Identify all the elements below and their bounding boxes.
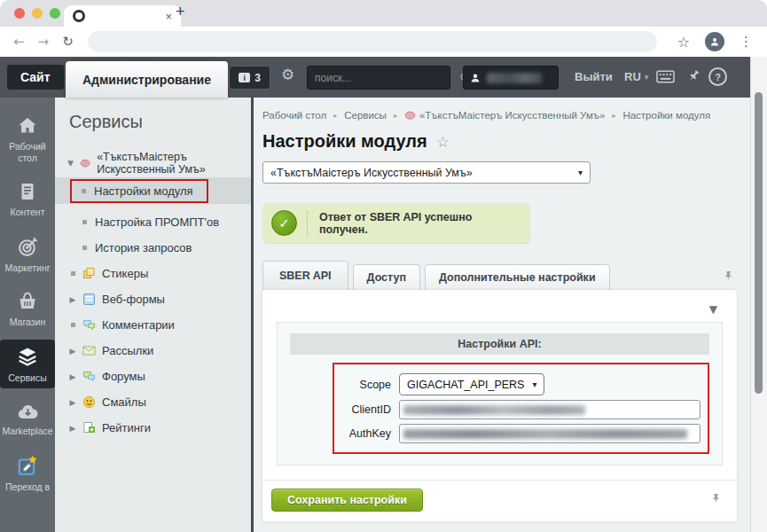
menu-group-comments[interactable]: Комментарии [55, 312, 251, 338]
breadcrumb-current: Настройки модуля [622, 110, 710, 121]
save-settings-button[interactable]: Сохранить настройки [271, 489, 423, 512]
rail-item-marketplace[interactable]: Marketplace [0, 395, 55, 442]
menu-group-forums[interactable]: ▶ Форумы [55, 364, 251, 389]
tree-expand-icon[interactable]: ▶ [70, 424, 76, 433]
smiley-icon [82, 395, 96, 409]
mailing-icon [82, 344, 96, 357]
rail-item-transition[interactable]: Переход в [0, 448, 55, 497]
menu-item-label: Настройка ПРОМПТ'ов [95, 215, 219, 229]
collapse-section-icon[interactable]: ▼ [709, 303, 717, 316]
tree-expand-icon[interactable]: ▶ [70, 398, 76, 407]
bookmark-star-icon[interactable]: ☆ [677, 34, 690, 51]
browser-menu-icon[interactable]: ⋮ [740, 34, 753, 50]
rail-item-marketing[interactable]: Маркетинг [0, 230, 55, 278]
panel-footer: Сохранить настройки [262, 480, 737, 521]
sidebar-rail: Рабочий стол Контент Маркетинг Магазин С… [0, 98, 55, 532]
breadcrumb-link[interactable]: Сервисы [344, 110, 387, 121]
comments-icon [82, 318, 96, 332]
menu-group-stickers[interactable]: Стикеры [55, 261, 251, 286]
breadcrumb-label: «ТъкстъМаістеръ Искусственный Умъ» [419, 110, 606, 121]
menu-item-request-history[interactable]: История запросов [55, 235, 251, 261]
basket-icon [16, 291, 39, 312]
back-icon[interactable]: ← [13, 34, 25, 50]
pin-panel-icon[interactable] [686, 68, 701, 83]
menu-group-webforms[interactable]: ▶ Веб-формы [55, 286, 251, 312]
authkey-input[interactable] [399, 424, 700, 443]
site-tab[interactable]: Сайт [7, 65, 64, 90]
breadcrumb-link[interactable]: «ТъкстъМаістеръ Искусственный Умъ» [404, 110, 606, 121]
url-input[interactable] [88, 31, 657, 52]
menu-group-label: Веб-формы [102, 293, 165, 306]
page-scrollbar[interactable] [750, 57, 767, 532]
menu-root-module[interactable]: ▼ «ТъкстъМаістеръ Искусственный Умъ» [55, 152, 251, 175]
home-icon [16, 115, 39, 137]
notification-icon: i [239, 73, 250, 82]
menu-group-label: Рейтинги [102, 421, 151, 434]
forward-icon[interactable]: → [38, 34, 50, 50]
page-title: Настройки модуля [262, 131, 427, 152]
help-icon[interactable]: ? [708, 67, 727, 86]
clientid-input[interactable] [399, 400, 700, 419]
tree-expand-icon[interactable]: ▶ [70, 372, 76, 381]
gear-icon[interactable]: ⚙ [281, 67, 294, 82]
tab-sber-api[interactable]: SBER API [262, 261, 348, 290]
pin-icon[interactable] [711, 492, 723, 505]
minimize-window-button[interactable] [32, 8, 43, 19]
current-user-button[interactable] [463, 66, 559, 90]
rail-item-services[interactable]: Сервисы [0, 340, 55, 388]
header-search-input[interactable] [308, 72, 459, 84]
clientid-field-row: ClientID [341, 400, 700, 419]
bullet-icon [71, 323, 75, 327]
window-controls [14, 8, 60, 19]
notification-count-badge: 3 [254, 72, 261, 84]
tree-expand-icon[interactable]: ▶ [70, 347, 76, 356]
rail-item-label: Маркетинг [4, 262, 50, 274]
rail-item-label: Сервисы [8, 372, 47, 384]
reload-icon[interactable]: ↻ [62, 34, 74, 50]
menu-group-ratings[interactable]: ▶ Рейтинги [55, 415, 251, 441]
browser-tab[interactable]: × [64, 5, 181, 27]
menu-item-module-settings[interactable]: Настройки модуля [55, 177, 251, 204]
api-settings-box: Настройки API: Scope GIGACHAT_API_PERS ▾… [277, 322, 723, 466]
scrollbar-thumb[interactable] [755, 92, 763, 394]
chevron-down-icon: ▾ [532, 379, 536, 389]
username-masked-value [487, 73, 542, 83]
scope-label: Scope [341, 379, 391, 391]
language-label: RU [624, 70, 641, 83]
language-selector[interactable]: RU ▾ [624, 70, 648, 83]
bullet-icon [82, 246, 87, 250]
cloud-download-icon [16, 402, 40, 421]
pin-icon[interactable] [724, 270, 735, 283]
tab-access[interactable]: Доступ [353, 264, 420, 290]
breadcrumb-link[interactable]: Рабочий стол [262, 110, 326, 121]
menu-item-prompt-settings[interactable]: Настройка ПРОМПТ'ов [55, 209, 251, 235]
rail-item-desktop[interactable]: Рабочий стол [0, 109, 55, 168]
hotkeys-keyboard-icon[interactable] [656, 70, 675, 83]
clientid-label: ClientID [341, 403, 391, 416]
admin-tab[interactable]: Администрирование [66, 61, 228, 98]
favorite-star-icon[interactable]: ☆ [436, 133, 450, 151]
tab-additional-settings[interactable]: Дополнительные настройки [425, 264, 610, 290]
menu-group-smileys[interactable]: ▶ Смайлы [55, 389, 251, 415]
tree-collapse-icon[interactable]: ▼ [67, 159, 74, 168]
tree-expand-icon[interactable]: ▶ [70, 295, 76, 304]
stickers-icon [82, 267, 96, 280]
rail-item-content[interactable]: Контент [0, 175, 55, 223]
layers-icon [16, 346, 39, 368]
scope-select[interactable]: GIGACHAT_API_PERS ▾ [399, 373, 544, 395]
notifications-button[interactable]: i 3 [229, 66, 270, 90]
tab-close-icon[interactable]: × [165, 11, 172, 22]
logout-link[interactable]: Выйти [575, 70, 613, 83]
rail-item-label: Переход в [5, 481, 50, 493]
browser-profile-avatar[interactable] [705, 32, 724, 51]
close-window-button[interactable] [14, 8, 25, 19]
menu-root-label[interactable]: «ТъкстъМаістеръ Искусственный Умъ» [97, 151, 251, 176]
chevron-right-icon: ▸ [612, 112, 615, 120]
rail-item-label: Контент [11, 207, 45, 218]
menu-item-label: Настройки модуля [94, 184, 193, 198]
module-select[interactable]: «ТъкстъМаістеръ Искусственный Умъ» ▾ [262, 161, 591, 184]
zoom-window-button[interactable] [50, 8, 60, 19]
new-tab-button[interactable]: + [176, 3, 185, 21]
menu-group-mailings[interactable]: ▶ Рассылки [55, 338, 251, 364]
rail-item-shop[interactable]: Магазин [0, 285, 55, 332]
